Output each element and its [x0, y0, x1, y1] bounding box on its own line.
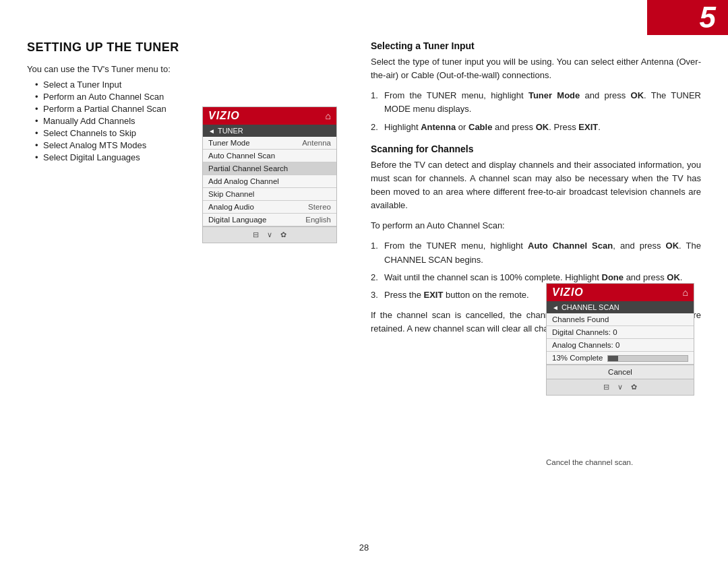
- list-item: Select a Tuner Input: [35, 80, 351, 90]
- down-icon: ∨: [267, 230, 272, 239]
- progress-bar-inner: [608, 356, 618, 361]
- analog-channels-row: Analog Channels: 0: [547, 339, 694, 352]
- selecting-body: Select the type of tuner input you will …: [371, 55, 701, 82]
- menu-icon-right: ⊟: [603, 383, 609, 392]
- scanning-body: Before the TV can detect and display cha…: [371, 158, 701, 213]
- chapter-bar: 5: [647, 0, 728, 35]
- menu-header-right: VIZIO ⌂: [547, 284, 694, 301]
- subheader-label: TUNER: [218, 127, 243, 135]
- selecting-steps: From the TUNER menu, highlight Tuner Mod…: [371, 89, 701, 133]
- list-item: Perform an Auto Channel Scan: [35, 92, 351, 102]
- digital-channels-row: Digital Channels: 0: [547, 326, 694, 339]
- menu-row-analog-audio[interactable]: Analog Audio Stereo: [203, 201, 336, 214]
- step-item: Wait until the channel scan is 100% comp…: [371, 271, 701, 284]
- settings-icon-right: ✿: [631, 383, 637, 392]
- step-item: From the TUNER menu, highlight Auto Chan…: [371, 239, 701, 266]
- channel-scan-label: CHANNEL SCAN: [562, 303, 619, 311]
- settings-icon: ✿: [280, 230, 286, 239]
- progress-row: 13% Complete: [547, 352, 694, 365]
- channel-scan-subheader: ◄ CHANNEL SCAN: [547, 301, 694, 313]
- section-title: SETTING UP THE TUNER: [27, 40, 351, 55]
- menu-row-tuner-mode[interactable]: Tuner Mode Antenna: [203, 137, 336, 150]
- page-number: 28: [359, 542, 369, 553]
- vizio-logo-right: VIZIO: [552, 286, 584, 299]
- back-arrow-icon: ◄: [208, 127, 215, 135]
- step-item: Highlight Antenna or Cable and press OK.…: [371, 121, 701, 134]
- scanning-title: Scanning for Channels: [371, 144, 701, 154]
- channel-scan-caption: Cancel the channel scan.: [546, 458, 694, 466]
- auto-scan-intro: To perform an Auto Channel Scan:: [371, 219, 701, 232]
- back-arrow-icon-right: ◄: [552, 304, 559, 311]
- menu-row-add-analog[interactable]: Add Analog Channel: [203, 175, 336, 188]
- menu-row-auto-scan[interactable]: Auto Channel Scan: [203, 150, 336, 162]
- down-icon-right: ∨: [617, 383, 623, 392]
- channels-found-row: Channels Found: [547, 313, 694, 326]
- cancel-button[interactable]: Cancel: [547, 365, 694, 379]
- intro-text: You can use the TV's Tuner menu to:: [27, 64, 351, 74]
- left-tv-menu: VIZIO ⌂ ◄ TUNER Tuner Mode Antenna Auto …: [202, 106, 337, 243]
- menu-footer: ⊟ ∨ ✿: [203, 226, 336, 243]
- right-tv-menu: VIZIO ⌂ ◄ CHANNEL SCAN Channels Found Di…: [546, 283, 694, 396]
- menu-row-skip-channel[interactable]: Skip Channel: [203, 188, 336, 201]
- menu-row-digital-language[interactable]: Digital Language English: [203, 214, 336, 226]
- step-item: From the TUNER menu, highlight Tuner Mod…: [371, 89, 701, 116]
- home-icon: ⌂: [326, 111, 331, 121]
- vizio-logo: VIZIO: [208, 110, 240, 122]
- selecting-title: Selecting a Tuner Input: [371, 40, 701, 51]
- home-icon-right: ⌂: [683, 287, 688, 298]
- progress-bar-outer: [607, 355, 688, 362]
- menu-footer-right: ⊟ ∨ ✿: [547, 379, 694, 395]
- chapter-number: 5: [700, 3, 716, 32]
- menu-row-partial-search[interactable]: Partial Channel Search: [203, 162, 336, 175]
- menu-icon: ⊟: [253, 230, 259, 239]
- progress-bar: [605, 354, 688, 362]
- menu-subheader: ◄ TUNER: [203, 125, 336, 137]
- menu-header: VIZIO ⌂: [203, 107, 336, 125]
